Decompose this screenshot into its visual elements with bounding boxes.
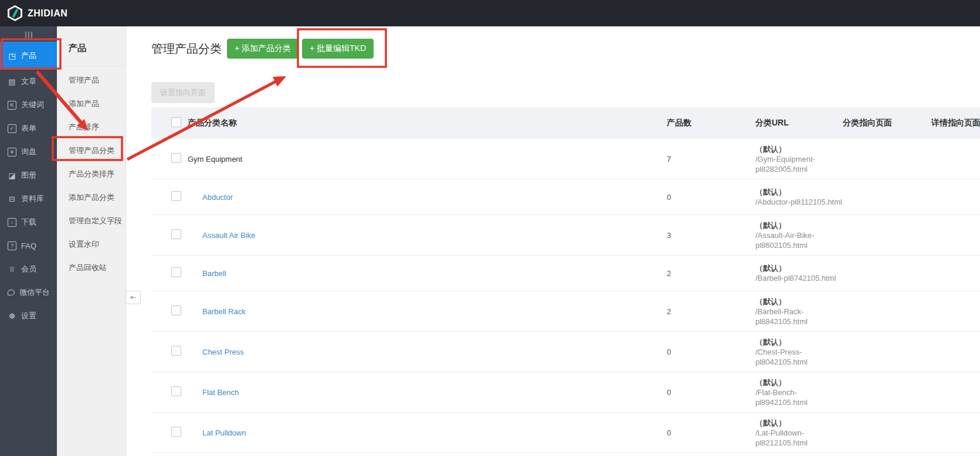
brand-name: ZHIDIAN: [28, 8, 67, 19]
brand-logo-icon: [8, 5, 22, 21]
product-count: 2: [667, 269, 755, 278]
keyword-icon: K: [8, 101, 16, 110]
category-name[interactable]: Abductor: [188, 193, 233, 202]
category-url: （默认）/Chest-Press-pl8042105.html: [755, 337, 843, 367]
table-row: Gym Equipment 7 （默认）/Gym-Equipment-pl828…: [151, 139, 980, 179]
form-icon: ✓: [8, 124, 16, 133]
sidebar-collapse-icon[interactable]: [0, 26, 57, 42]
select-all-checkbox[interactable]: [171, 117, 181, 127]
submenu-panel: 产品 管理产品添加产品产品排序管理产品分类产品分类排序添加产品分类管理自定义字段…: [57, 26, 126, 456]
category-name: Gym Equipment: [188, 155, 242, 164]
library-icon: ⊟: [8, 195, 16, 203]
faq-icon: ?: [8, 241, 16, 250]
category-name[interactable]: Chest Press: [188, 348, 244, 356]
row-checkbox[interactable]: [171, 427, 181, 437]
sidebar-item-gallery[interactable]: ◪ 图册: [0, 164, 57, 187]
submenu-item[interactable]: 设置水印: [57, 233, 126, 256]
set-target-page-button[interactable]: 设置指向页面: [151, 82, 215, 103]
sidebar-item-keyword[interactable]: K 关键词: [0, 93, 57, 117]
category-url: （默认）/Lat-Pulldown-pl8212105.html: [755, 418, 843, 448]
row-checkbox[interactable]: [171, 305, 181, 315]
settings-icon: ☸: [8, 312, 16, 321]
category-name[interactable]: Lat Pulldown: [188, 428, 246, 437]
sidebar-item-article[interactable]: ▤ 文章: [0, 70, 57, 93]
sidebar-item-settings[interactable]: ☸ 设置: [0, 304, 57, 328]
header-product-count: 产品数: [667, 118, 755, 128]
wechat-icon: [8, 290, 15, 295]
header-detail-target-page: 详情指向页面: [931, 118, 980, 128]
category-name[interactable]: Barbell: [188, 269, 226, 278]
submenu-item[interactable]: 管理产品: [57, 69, 126, 92]
inquiry-icon: ¥: [8, 148, 16, 156]
sidebar-item-form[interactable]: ✓ 表单: [0, 117, 57, 140]
panel-collapse-button[interactable]: ⇤: [126, 291, 141, 304]
sidebar-item-inquiry[interactable]: ¥ 询盘: [0, 140, 57, 164]
category-url: （默认）/Abductor-pl8112105.html: [755, 187, 843, 207]
topbar: ZHIDIAN: [0, 0, 980, 26]
sidebar: ◳ 产品 ▤ 文章 K 关键词 ✓ 表单 ¥ 询盘 ◪ 图册 ⊟ 资料库 ↓ 下…: [0, 26, 57, 456]
table-row: Abductor 0 （默认）/Abductor-pl8112105.html: [151, 179, 980, 215]
table-row: Lat Pulldown 0 （默认）/Lat-Pulldown-pl82121…: [151, 413, 980, 453]
batch-edit-tkd-button[interactable]: + 批量编辑TKD: [302, 39, 374, 59]
row-checkbox[interactable]: [171, 153, 181, 163]
category-table: 产品分类名称 产品数 分类URL 分类指向页面 详情指向页面 Gym Equip…: [151, 107, 980, 453]
member-icon: ♕: [8, 265, 16, 274]
header-category-name: 产品分类名称: [188, 118, 667, 128]
category-url: （默认）/Barbell-pl8742105.html: [755, 263, 843, 283]
submenu-item[interactable]: 产品分类排序: [57, 162, 126, 186]
add-category-button[interactable]: + 添加产品分类: [227, 39, 299, 59]
submenu-item[interactable]: 添加产品分类: [57, 186, 126, 209]
row-checkbox[interactable]: [171, 191, 181, 201]
page-title: 管理产品分类: [151, 41, 222, 57]
submenu-item[interactable]: 管理自定义字段: [57, 209, 126, 233]
gallery-icon: ◪: [8, 171, 16, 180]
table-row: Chest Press 0 （默认）/Chest-Press-pl8042105…: [151, 332, 980, 372]
table-header-row: 产品分类名称 产品数 分类URL 分类指向页面 详情指向页面: [151, 107, 980, 139]
sidebar-item-faq[interactable]: ? FAQ: [0, 234, 57, 257]
product-count: 0: [667, 193, 755, 202]
sidebar-item-member[interactable]: ♕ 会员: [0, 257, 57, 281]
row-checkbox[interactable]: [171, 386, 181, 396]
table-row: Barbell Rack 2 （默认）/Barbell-Rack-pl88421…: [151, 291, 980, 332]
sidebar-item-wechat[interactable]: 微信平台: [0, 281, 57, 304]
sidebar-item-library[interactable]: ⊟ 资料库: [0, 187, 57, 210]
submenu-item[interactable]: 添加产品: [57, 92, 126, 115]
product-count: 7: [667, 155, 755, 164]
category-name[interactable]: Barbell Rack: [188, 307, 246, 316]
product-count: 0: [667, 428, 755, 437]
product-count: 0: [667, 388, 755, 397]
category-url: （默认）/Flat-Bench-pl8942105.html: [755, 377, 843, 407]
sidebar-item-download[interactable]: ↓ 下载: [0, 210, 57, 234]
product-count: 0: [667, 348, 755, 356]
category-url: （默认）/Assault-Air-Bike-pl8602105.html: [755, 220, 843, 250]
product-count: 3: [667, 231, 755, 240]
header-category-target-page: 分类指向页面: [843, 118, 931, 128]
header-category-url: 分类URL: [755, 118, 843, 128]
submenu-title: 产品: [57, 26, 126, 66]
row-checkbox[interactable]: [171, 346, 181, 356]
main-content: 管理产品分类 + 添加产品分类 + 批量编辑TKD 设置指向页面 产品分类名称 …: [126, 26, 980, 456]
product-count: 2: [667, 307, 755, 316]
submenu-item[interactable]: 产品排序: [57, 115, 126, 139]
download-icon: ↓: [8, 218, 16, 227]
table-row: Assault Air Bike 3 （默认）/Assault-Air-Bike…: [151, 215, 980, 256]
article-icon: ▤: [8, 77, 16, 86]
category-url: （默认）/Gym-Equipment-pl8282005.html: [755, 144, 843, 174]
category-name[interactable]: Assault Air Bike: [188, 231, 255, 240]
table-row: Barbell 2 （默认）/Barbell-pl8742105.html: [151, 256, 980, 291]
table-row: Flat Bench 0 （默认）/Flat-Bench-pl8942105.h…: [151, 372, 980, 413]
submenu-item[interactable]: 产品回收站: [57, 256, 126, 280]
row-checkbox[interactable]: [171, 229, 181, 239]
products-grid-icon: ◳: [8, 52, 16, 60]
submenu-item-active[interactable]: 管理产品分类: [57, 139, 126, 162]
sidebar-item-products[interactable]: ◳ 产品: [0, 42, 57, 70]
row-checkbox[interactable]: [171, 267, 181, 277]
category-name[interactable]: Flat Bench: [188, 388, 239, 397]
category-url: （默认）/Barbell-Rack-pl8842105.html: [755, 297, 843, 326]
